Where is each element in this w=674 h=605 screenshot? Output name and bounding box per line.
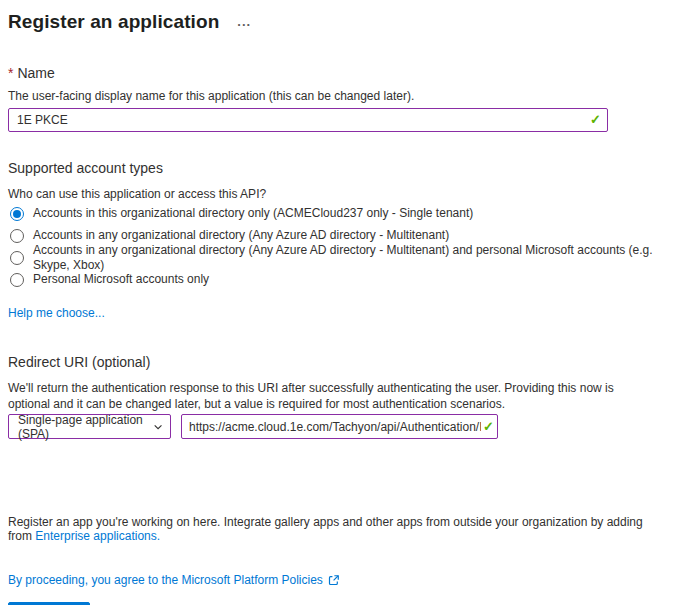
page-title: Register an application	[8, 9, 219, 34]
required-asterisk: *	[8, 65, 13, 81]
redirect-uri-description: We'll return the authentication response…	[8, 380, 656, 412]
redirect-uri-controls: Single-page application (SPA) ✓	[8, 414, 666, 439]
radio-icon[interactable]	[10, 229, 24, 243]
radio-option-multitenant-personal[interactable]: Accounts in any organizational directory…	[8, 250, 666, 265]
radio-icon[interactable]	[10, 251, 24, 265]
page-header: Register an application ...	[8, 9, 666, 34]
help-me-choose-link[interactable]: Help me choose...	[8, 306, 105, 320]
radio-label: Accounts in any organizational directory…	[33, 243, 666, 273]
radio-label: Accounts in this organizational director…	[33, 206, 473, 221]
policies-line[interactable]: By proceeding, you agree to the Microsof…	[8, 573, 666, 587]
chevron-down-icon	[153, 421, 163, 433]
radio-option-multitenant[interactable]: Accounts in any organizational directory…	[8, 228, 666, 243]
enterprise-applications-link[interactable]: Enterprise applications.	[35, 529, 160, 543]
redirect-uri-input[interactable]	[181, 414, 498, 439]
radio-icon[interactable]	[10, 273, 24, 287]
platform-policies-link[interactable]: By proceeding, you agree to the Microsof…	[8, 573, 323, 587]
radio-label: Accounts in any organizational directory…	[33, 228, 449, 243]
account-types-radio-group: Accounts in this organizational director…	[8, 206, 666, 287]
account-types-heading: Supported account types	[8, 159, 666, 177]
name-input[interactable]	[8, 108, 608, 132]
redirect-uri-input-wrap: ✓	[181, 414, 498, 439]
name-input-wrap: ✓	[8, 108, 608, 132]
external-link-icon	[327, 574, 340, 587]
platform-select-dropdown[interactable]: Single-page application (SPA)	[8, 414, 171, 439]
platform-selected-value: Single-page application (SPA)	[18, 413, 153, 441]
account-types-question: Who can use this application or access t…	[8, 187, 666, 201]
redirect-uri-heading: Redirect URI (optional)	[8, 353, 666, 371]
register-application-page: Register an application ... *Name The us…	[0, 0, 674, 605]
radio-selected-icon[interactable]	[10, 207, 24, 221]
radio-option-single-tenant[interactable]: Accounts in this organizational director…	[8, 206, 666, 221]
radio-option-personal-only[interactable]: Personal Microsoft accounts only	[8, 272, 666, 287]
more-options-icon[interactable]: ...	[237, 17, 251, 27]
footer-note: Register an app you're working on here. …	[8, 515, 666, 543]
name-description: The user-facing display name for this ap…	[8, 89, 656, 103]
name-label-text: Name	[17, 65, 54, 81]
name-label: *Name	[8, 64, 666, 82]
radio-label: Personal Microsoft accounts only	[33, 272, 209, 287]
